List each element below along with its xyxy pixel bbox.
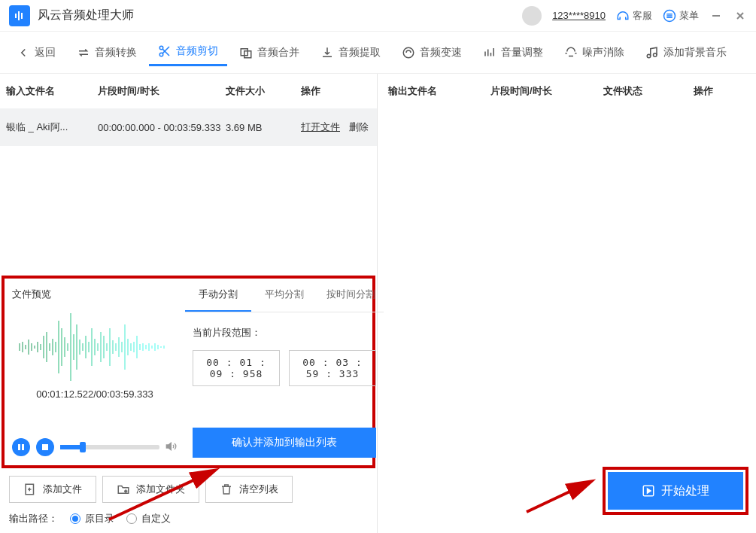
tab-label: 添加背景音乐 — [663, 46, 727, 59]
input-table-row[interactable]: 银临 _ Aki阿... 00:00:00.000 - 00:03:59.333… — [0, 108, 377, 146]
add-folder-button[interactable]: + 添加文件夹 — [102, 476, 199, 503]
tab-label: 音频转换 — [95, 46, 137, 59]
progress-slider[interactable] — [60, 445, 159, 449]
output-path-label: 输出路径： — [9, 512, 58, 525]
app-title: 风云音频处理大师 — [38, 8, 522, 23]
volume-icon[interactable] — [165, 440, 178, 455]
file-time: 00:00:00.000 - 00:03:59.333 — [98, 122, 226, 133]
editor-panel: 文件预览 00:01:12.522/00:03:59.333 — [2, 276, 375, 468]
waveform-display[interactable] — [12, 306, 178, 388]
svg-rect-69 — [18, 444, 20, 450]
minimize-button[interactable] — [709, 9, 723, 23]
range-end-input[interactable]: 00 : 03 : 59 : 333 — [289, 350, 376, 386]
user-avatar[interactable] — [522, 6, 542, 26]
tab-speed[interactable]: 音频变速 — [393, 40, 471, 65]
close-button[interactable] — [733, 9, 747, 23]
svg-point-16 — [403, 47, 414, 58]
tab-extract[interactable]: 音频提取 — [311, 40, 390, 65]
split-tab-manual[interactable]: 手动分割 — [185, 279, 251, 312]
delete-link[interactable]: 删除 — [349, 120, 369, 134]
confirm-add-button[interactable]: 确认并添加到输出列表 — [193, 428, 376, 458]
pause-button[interactable] — [12, 438, 30, 456]
tab-convert[interactable]: 音频转换 — [68, 40, 146, 65]
svg-rect-71 — [42, 444, 48, 450]
tab-label: 音频变速 — [420, 46, 462, 59]
add-file-button[interactable]: 添加文件 — [9, 476, 96, 503]
split-tab-bytime[interactable]: 按时间分割 — [317, 279, 384, 312]
radio-custom[interactable]: 自定义 — [126, 512, 171, 525]
split-tab-average[interactable]: 平均分割 — [251, 279, 317, 312]
tab-label: 噪声消除 — [582, 46, 624, 59]
back-label: 返回 — [35, 46, 56, 59]
tab-cut[interactable]: 音频剪切 — [149, 38, 227, 66]
playback-time: 00:01:12.522/00:03:59.333 — [12, 388, 178, 434]
svg-rect-0 — [15, 14, 17, 18]
menu-button[interactable]: 菜单 — [663, 9, 699, 23]
tab-label: 音量调整 — [501, 46, 543, 59]
input-table-header: 输入文件名 片段时间/时长 文件大小 操作 — [0, 74, 377, 108]
start-button-highlight: 开始处理 — [603, 467, 748, 515]
back-button[interactable]: 返回 — [8, 40, 65, 65]
tab-label: 音频提取 — [339, 46, 381, 59]
tab-merge[interactable]: 音频合并 — [230, 40, 308, 65]
tab-label: 音频剪切 — [176, 44, 218, 58]
clear-list-button[interactable]: 清空列表 — [205, 476, 293, 503]
tab-bgm[interactable]: 添加背景音乐 — [636, 40, 736, 65]
svg-marker-78 — [648, 489, 651, 493]
customer-service-label: 客服 — [633, 9, 652, 23]
open-file-link[interactable]: 打开文件 — [301, 120, 340, 134]
tab-volume[interactable]: 音量调整 — [474, 40, 552, 65]
app-logo — [9, 5, 30, 26]
start-process-button[interactable]: 开始处理 — [608, 472, 743, 510]
svg-point-11 — [159, 53, 163, 56]
output-table-header: 输出文件名 片段时间/时长 文件状态 操作 — [378, 74, 756, 108]
svg-rect-2 — [21, 13, 23, 19]
svg-point-18 — [654, 53, 657, 56]
menu-label: 菜单 — [679, 9, 699, 23]
radio-original[interactable]: 原目录 — [70, 512, 114, 525]
customer-service-button[interactable]: 客服 — [616, 9, 652, 23]
preview-label: 文件预览 — [12, 288, 178, 301]
range-start-input[interactable]: 00 : 01 : 09 : 958 — [193, 350, 280, 386]
tab-label: 音频合并 — [257, 46, 299, 59]
svg-point-10 — [159, 46, 163, 50]
user-id[interactable]: 123****8910 — [552, 10, 606, 21]
file-name: 银临 _ Aki阿... — [0, 120, 98, 134]
svg-text:+: + — [125, 489, 128, 493]
svg-point-17 — [647, 54, 651, 58]
file-size: 3.69 MB — [226, 122, 301, 133]
svg-rect-70 — [22, 444, 24, 450]
range-label: 当前片段范围： — [193, 326, 376, 340]
svg-rect-1 — [18, 11, 20, 20]
svg-marker-72 — [166, 443, 171, 449]
stop-button[interactable] — [36, 438, 54, 456]
tab-denoise[interactable]: 噪声消除 — [555, 40, 633, 65]
